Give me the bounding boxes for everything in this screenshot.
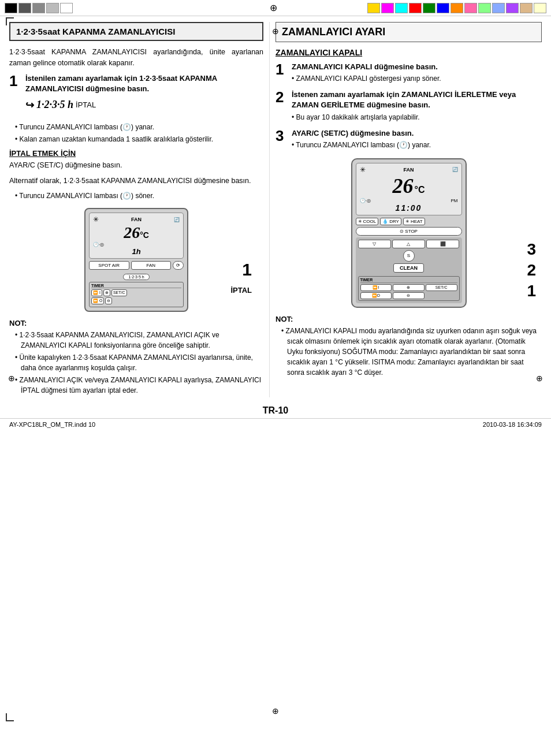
small-remote-unit: °C: [140, 230, 149, 240]
compass-right: ⊕: [536, 374, 543, 383]
left-step-1-content: İstenilen zamanı ayarlamak için 1·2·3·5s…: [25, 73, 263, 116]
swatch-lgreen: [478, 3, 491, 13]
swatch-cream: [534, 3, 546, 13]
iptal-text-2: Alternatif olarak, 1·2·3·5saat KAPANMA Z…: [9, 176, 263, 187]
left-not-item-1: • 1·2·3·5saat KAPANMA ZAMANLAYICISI, ZAM…: [15, 330, 263, 351]
small-timer-btn-4[interactable]: ⊖: [105, 297, 112, 304]
swatch-tan: [520, 3, 533, 13]
large-remote-timer-label: TIMER: [360, 278, 457, 283]
heat-label: HEAT: [411, 219, 423, 224]
large-remote-nav-mode[interactable]: ⬛: [426, 240, 459, 248]
large-remote-clean-row: CLEAN: [358, 263, 460, 274]
footer-right: 2010-03-18 16:34:09: [483, 421, 542, 428]
left-section-title: 1·2·3·5saat KAPANMA ZAMANLAYICISI: [16, 27, 175, 36]
large-timer-dec-btn[interactable]: ⊖: [393, 292, 425, 299]
cool-star-icon: ✳: [358, 219, 362, 224]
stop-label: STOP: [405, 229, 418, 234]
corner-marker-tl: [6, 17, 14, 25]
page-number: TR-10: [0, 405, 551, 416]
swatch-orange: [451, 3, 463, 13]
large-remote-stop-btn[interactable]: ⊙ STOP: [356, 227, 462, 236]
small-remote-spot-air[interactable]: SPOT AIR: [89, 261, 129, 270]
right-step-3-content: AYAR/C (SET/C) düğmesine basın. • Turunc…: [292, 128, 542, 150]
left-callout-1: 1: [242, 260, 252, 280]
small-remote-timer: TIMER ⏩ I ⊕ SET/C ⏩ O ⊖: [89, 282, 184, 307]
right-step-1-content: ZAMANLAYICI KAPALI düğmesine basın. • ZA…: [292, 62, 542, 84]
right-not-text: • ZAMANLAYICI KAPALI modu ayarlandığında…: [281, 326, 542, 378]
small-remote-temp: 26: [124, 224, 140, 242]
small-remote-fan-oval[interactable]: ⟳: [173, 261, 184, 270]
swatch-black: [5, 3, 17, 13]
corner-marker-bl: [6, 713, 14, 721]
left-callout-iptal: İPTAL: [230, 286, 252, 295]
compass-left: ⊕: [8, 374, 15, 383]
small-timer-btn-2[interactable]: ⊕: [103, 289, 110, 296]
large-timer-off-btn[interactable]: ⏩O: [360, 292, 392, 299]
small-remote-timer-display: 1h: [93, 247, 180, 256]
small-remote-fan[interactable]: FAN: [131, 261, 172, 270]
large-remote-dry-btn[interactable]: 💧 DRY: [380, 218, 401, 225]
small-timer-btn-1[interactable]: ⏩ I: [91, 289, 102, 296]
left-section-box: 1·2·3·5saat KAPANMA ZAMANLAYICISI: [9, 22, 263, 41]
small-remote-timer-row2: ⏩ O ⊖: [91, 297, 181, 304]
small-remote-buttons: SPOT AIR FAN ⟳: [89, 261, 184, 270]
swatch-magenta: [381, 3, 394, 13]
swatch-blue: [437, 3, 449, 13]
right-step-1-number: 1: [276, 62, 287, 84]
large-remote-stop-row: ⊙ STOP: [356, 227, 462, 236]
small-timer-setc[interactable]: SET/C: [111, 289, 127, 296]
large-remote-nav-grid: ▽ △ ⬛: [358, 240, 460, 248]
iptal-label-inline: İPTAL: [76, 100, 96, 109]
small-remote-oval-row: 1·2·3·5 h: [89, 271, 184, 280]
iptal-subheading: İPTAL ETMEK İÇİN: [9, 149, 263, 158]
large-remote-heat-btn[interactable]: ✳ HEAT: [403, 218, 425, 225]
right-callout-1: 1: [527, 282, 536, 300]
dry-icon: 💧: [382, 219, 388, 224]
left-step-1: 1 İstenilen zamanı ayarlamak için 1·2·3·…: [9, 73, 263, 116]
large-remote-temp-area: 26 °C: [360, 174, 458, 198]
right-step-2: 2 İstenen zamanı ayarlamak için ZAMANLAY…: [276, 90, 542, 122]
left-not-item-2: • Ünite kapalıyken 1·2·3·5saat KAPANMA Z…: [15, 352, 263, 373]
large-remote-timer-display: 11:00: [360, 203, 458, 213]
left-column: 1·2·3·5saat KAPANMA ZAMANLAYICISI 1·2·3·…: [9, 22, 263, 397]
timer-seq-text: 1·2·3·5 h: [36, 99, 73, 111]
swatches-left: [5, 3, 73, 13]
large-remote-nav-down[interactable]: ▽: [358, 240, 391, 248]
large-timer-on-btn[interactable]: ⏩I: [360, 284, 392, 291]
large-remote-nav-up[interactable]: △: [392, 240, 425, 248]
heat-icon: ✳: [405, 219, 409, 224]
large-remote-mode-row: ✳ COOL 💧 DRY ✳ HEAT: [356, 218, 462, 225]
large-remote-bottom: ▽ △ ⬛ S CLEAN TIMER: [356, 237, 462, 303]
large-remote-cool-btn[interactable]: ✳ COOL: [356, 218, 379, 225]
left-not-title: NOT:: [9, 319, 263, 327]
large-remote-clean-btn[interactable]: CLEAN: [393, 263, 424, 273]
large-remote-timer-row1: ⏩I ⊕ SET/C: [360, 284, 457, 291]
small-remote-display-top: ✳ FAN 🔄: [93, 215, 180, 224]
large-remote-display-top: ✳ FAN 🔄: [360, 166, 458, 174]
large-remote-display: ✳ FAN 🔄 26 °C 🕐·◎ PM 11:00: [356, 163, 462, 215]
left-step-1-title: İstenilen zamanı ayarlamak için 1·2·3·5s…: [25, 73, 263, 94]
small-remote: ✳ FAN 🔄 26 °C 🕐·◎ 1h SPOT AIR: [84, 208, 188, 312]
footer: AY-XPC18LR_OM_TR.indd 10 2010-03-18 16:3…: [0, 418, 551, 430]
large-remote-temp: 26: [393, 174, 414, 198]
swatch-dgray: [18, 3, 31, 13]
large-timer-inc-btn[interactable]: ⊕: [393, 284, 425, 291]
small-remote-timer-seq-btn[interactable]: 1·2·3·5 h: [123, 274, 149, 280]
swatch-white: [60, 3, 73, 13]
small-timer-btn-3[interactable]: ⏩ O: [91, 297, 104, 304]
swatch-pink: [464, 3, 477, 13]
compass-top: ⊕: [272, 27, 279, 36]
right-step-2-body: • Bu ayar 10 dakikalık artışlarla yapıla…: [292, 112, 542, 122]
swatch-purple: [506, 3, 519, 13]
right-step-3: 3 AYAR/C (SET/C) düğmesine basın. • Turu…: [276, 128, 542, 150]
large-remote-timer-section: TIMER ⏩I ⊕ SET/C ⏩O ⊖: [358, 276, 460, 301]
dry-label: DRY: [389, 219, 399, 224]
large-remote-s-btn[interactable]: S: [403, 250, 415, 262]
swatches-right: [367, 3, 546, 13]
large-timer-setc-btn[interactable]: SET/C: [426, 284, 457, 291]
right-step-2-content: İstenen zamanı ayarlamak için ZAMANLAYIC…: [292, 90, 542, 122]
right-callout-3: 3: [527, 240, 536, 259]
left-not-section: NOT: • 1·2·3·5saat KAPANMA ZAMANLAYICISI…: [9, 319, 263, 396]
right-step-2-number: 2: [276, 90, 287, 122]
large-remote-container: ✳ FAN 🔄 26 °C 🕐·◎ PM 11:00: [276, 158, 542, 308]
